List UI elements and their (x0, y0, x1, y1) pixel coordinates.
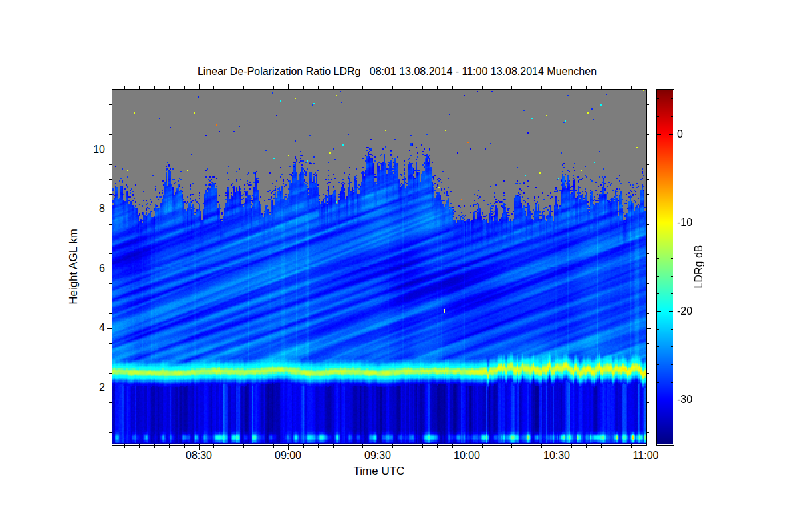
cbar-minor-tick (657, 152, 659, 152)
y-minor-tick (109, 104, 112, 105)
y-minor-tick (109, 283, 112, 284)
y-tick-label: 4 (65, 322, 105, 334)
cbar-minor-tick (657, 293, 659, 294)
y-minor-tick-right (646, 299, 649, 299)
y-minor-tick (109, 164, 112, 165)
x-minor-tick-top (303, 86, 304, 90)
x-major-tick (199, 444, 200, 450)
y-tick-label: 10 (65, 144, 105, 156)
x-minor-tick-top (243, 86, 244, 90)
y-minor-tick (109, 313, 112, 314)
cbar-minor-tick-right (671, 152, 673, 152)
y-minor-tick-right (646, 164, 649, 165)
cbar-minor-tick-right (671, 276, 673, 277)
x-major-tick-top (288, 84, 289, 90)
x-minor-tick-top (318, 86, 319, 90)
x-minor-tick-top (169, 86, 170, 90)
cbar-minor-tick (657, 258, 659, 259)
y-minor-tick-right (646, 179, 649, 180)
x-minor-tick (586, 444, 587, 448)
cbar-tick-label: -30 (677, 394, 692, 406)
x-minor-tick-top (422, 86, 423, 90)
x-minor-tick (527, 444, 527, 448)
cbar-minor-tick (657, 364, 659, 365)
y-major-tick (107, 269, 112, 269)
x-minor-tick (452, 444, 453, 448)
cbar-major-tick (657, 134, 661, 135)
x-minor-tick-top (139, 86, 140, 90)
x-tick-label: 09:00 (275, 450, 301, 462)
cbar-minor-tick (657, 98, 659, 99)
x-tick-label: 10:00 (454, 450, 480, 462)
x-minor-tick (333, 444, 334, 448)
cbar-minor-tick (657, 346, 659, 347)
lidar-quicklook-page: Linear De-Polarization Ratio LDRg 08:01 … (0, 0, 798, 532)
x-minor-tick-top (362, 86, 363, 90)
y-minor-tick (109, 224, 112, 225)
cbar-minor-tick-right (671, 170, 673, 170)
cbar-minor-tick-right (671, 293, 673, 294)
cbar-minor-tick-right (671, 258, 673, 259)
x-minor-tick (213, 444, 214, 448)
cbar-minor-tick (657, 418, 659, 418)
cbar-minor-tick-right (671, 205, 673, 205)
x-minor-tick (124, 444, 125, 448)
y-minor-tick-right (646, 253, 649, 254)
x-minor-tick-top (124, 86, 125, 90)
x-minor-tick (154, 444, 155, 448)
x-minor-tick-top (229, 86, 229, 90)
y-major-tick-right (646, 388, 651, 388)
x-minor-tick-top (571, 86, 572, 90)
y-minor-tick (109, 253, 112, 254)
y-minor-tick (109, 373, 112, 374)
x-tick-label: 11:00 (633, 450, 659, 462)
x-major-tick-top (378, 84, 378, 90)
cbar-major-tick-right (669, 311, 673, 312)
cbar-tick-label: -20 (677, 305, 692, 317)
y-minor-tick-right (646, 283, 649, 284)
cbar-minor-tick (657, 170, 659, 170)
cbar-tick-label: 0 (677, 128, 683, 140)
y-minor-tick-right (646, 104, 649, 105)
y-minor-tick-right (646, 358, 649, 358)
x-minor-tick-top (586, 86, 587, 90)
x-minor-tick-top (511, 86, 512, 90)
x-minor-tick-top (213, 86, 214, 90)
cbar-major-tick (657, 223, 661, 223)
y-minor-tick-right (646, 432, 649, 433)
cbar-major-tick-right (669, 134, 673, 135)
cbar-minor-tick-right (671, 98, 673, 99)
y-minor-tick (109, 194, 112, 195)
y-minor-tick-right (646, 402, 649, 403)
x-minor-tick (422, 444, 423, 448)
x-major-tick (288, 444, 289, 450)
x-minor-tick (184, 444, 185, 448)
y-tick-label: 2 (65, 382, 105, 394)
y-major-tick-right (646, 328, 651, 329)
y-minor-tick (109, 343, 112, 344)
x-minor-tick (243, 444, 244, 448)
x-minor-tick (497, 444, 497, 448)
y-minor-tick (109, 418, 112, 418)
x-minor-tick-top (601, 86, 602, 90)
cbar-minor-tick (657, 116, 659, 117)
x-minor-tick (318, 444, 319, 448)
y-minor-tick-right (646, 194, 649, 195)
x-major-tick-top (467, 84, 467, 90)
x-minor-tick-top (273, 86, 274, 90)
cbar-minor-tick-right (671, 329, 673, 330)
y-minor-tick (109, 120, 112, 120)
x-minor-tick (631, 444, 632, 448)
x-minor-tick (139, 444, 140, 448)
x-major-tick (467, 444, 467, 450)
y-major-tick (107, 328, 112, 329)
y-major-tick (107, 388, 112, 388)
x-minor-tick-top (616, 86, 616, 90)
cbar-minor-tick (657, 205, 659, 205)
y-minor-tick-right (646, 224, 649, 225)
x-minor-tick-top (154, 86, 155, 90)
x-minor-tick (229, 444, 229, 448)
x-minor-tick (348, 444, 348, 448)
x-minor-tick-top (631, 86, 632, 90)
y-major-tick-right (646, 269, 651, 269)
